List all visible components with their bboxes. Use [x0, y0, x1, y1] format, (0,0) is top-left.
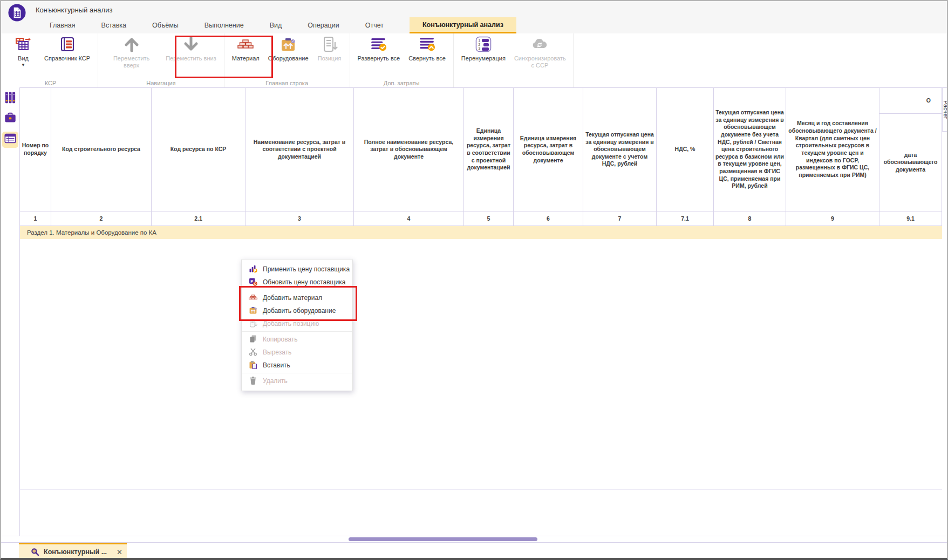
move-up-button: Переместить вверх — [103, 35, 160, 69]
column-header: Текущая отпускная цена за единицу измере… — [583, 88, 657, 211]
toolbar-group: Развернуть все Свернуть всеДоп. затраты — [350, 33, 454, 87]
window-title: Конъюнктурный анализ — [36, 6, 112, 14]
bottom-tab-bar: Конъюнктурный ... ✕ — [1, 543, 947, 559]
ribbon-tab[interactable]: Вид — [270, 22, 282, 29]
section-row-label: Раздел 1. Материалы и Оборудование по КА — [27, 229, 156, 236]
toolbar-button-label: Свернуть все — [408, 55, 446, 62]
column-number: 2 — [51, 211, 152, 226]
toolbar-group: 123 Перенумерация Синхронизировать с ССР — [454, 33, 574, 87]
left-sidebar — [1, 87, 20, 543]
apply-price-icon: Р — [249, 264, 257, 275]
ribbon-tab[interactable]: Вставка — [101, 22, 126, 29]
delete-icon — [249, 376, 257, 386]
briefcase-icon — [4, 112, 17, 127]
sync-ssr-icon — [531, 36, 548, 54]
ribbon-tab[interactable]: Выполнение — [204, 22, 244, 29]
copy-icon — [249, 334, 257, 345]
menu-item-paste[interactable]: Вставить — [242, 359, 352, 372]
column-number: 8 — [714, 211, 786, 226]
view-grid-button[interactable]: Вид▼ — [8, 35, 39, 67]
column-header: Текущая отпускная цена за единицу измере… — [714, 88, 786, 211]
menu-item-delete: Удалить — [242, 374, 352, 387]
menu-separator — [242, 331, 352, 332]
magnifier-icon — [31, 548, 39, 556]
column-header: НДС, % — [657, 88, 714, 211]
column-header: дата обосновывающего документа — [879, 114, 942, 211]
ksr-book-icon — [59, 36, 76, 54]
toolbar-button-label: Переместить вверх — [106, 55, 157, 69]
expand-all-button[interactable]: Развернуть все — [354, 35, 404, 62]
sidebar-item-binders[interactable] — [2, 91, 18, 107]
menu-item-label: Добавить позицию — [263, 320, 319, 327]
column-header-cut-text: О — [879, 88, 942, 114]
menu-item-copy: Копировать — [242, 333, 352, 346]
toolbar-button-label: Синхронизировать с ССР — [514, 55, 565, 69]
horizontal-scrollbar[interactable] — [1, 536, 947, 543]
column-number: 2.1 — [152, 211, 245, 226]
svg-text:2: 2 — [478, 43, 480, 46]
svg-text:3: 3 — [478, 46, 480, 50]
ribbon-tab-bar: ГлавнаяВставкаОбъёмыВыполнениеВидОпераци… — [1, 17, 947, 33]
column-header: Месяц и год составления обосновывающего … — [786, 88, 879, 211]
tab-raschet[interactable]: Расчет — [942, 87, 948, 132]
column-number: 5 — [464, 211, 514, 226]
ribbon-tab[interactable]: Главная — [50, 22, 76, 29]
ribbon-tab[interactable]: Отчет — [365, 22, 384, 29]
ribbon-tab[interactable]: Операции — [308, 22, 339, 29]
binders-icon — [4, 91, 17, 106]
collapse-all-button[interactable]: Свернуть все — [405, 35, 449, 62]
column-header: Единица измерения ресурса, затрат в соот… — [464, 88, 514, 211]
svg-text:Р: Р — [250, 278, 253, 283]
ribbon-tab-active[interactable]: Конъюнктурный анализ — [410, 17, 516, 33]
document-tab-label: Конъюнктурный ... — [44, 548, 107, 556]
toolbar-group-label: Главная строка — [224, 80, 350, 86]
chevron-down-icon: ▼ — [21, 63, 25, 67]
renumber-button[interactable]: 123 Перенумерация — [458, 35, 509, 62]
data-grid: Номер по порядкуКод строительного ресурс… — [20, 87, 942, 239]
tab-raschet-label: Расчет — [943, 100, 948, 119]
paste-icon — [249, 360, 257, 371]
toolbar-group-label: КСР — [3, 80, 98, 86]
menu-item-label: Вырезать — [263, 349, 291, 356]
context-menu: РПрименить цену поставщика Р Обновить це… — [241, 259, 353, 391]
grid-bottom-divider — [20, 489, 942, 490]
view-grid-icon — [15, 36, 31, 54]
column-header: Номер по порядку — [20, 88, 51, 211]
column-header-partial: Одата обосновывающего документа — [879, 88, 942, 211]
expand-all-icon — [371, 36, 387, 54]
column-header: Полное наименование ресурса, затрат в об… — [354, 88, 464, 211]
toolbar-button-label: Позиция — [318, 55, 342, 62]
highlight-box-toolbar — [175, 36, 273, 78]
scrollbar-thumb[interactable] — [349, 537, 537, 541]
column-header: Наименование ресурса, затрат в соответст… — [245, 88, 354, 211]
sidebar-item-sheet[interactable] — [2, 132, 18, 148]
column-header: Единица измерения ресурса, затрат в обос… — [514, 88, 583, 211]
svg-text:Р: Р — [254, 269, 257, 272]
menu-item-label: Вставить — [263, 361, 290, 369]
renumber-icon: 123 — [475, 36, 492, 54]
grid-column-numbers-row: 122.1345677.1899.1 — [20, 211, 942, 226]
column-number: 4 — [354, 211, 464, 226]
menu-item-label: Применить цену поставщика — [263, 265, 350, 273]
svg-text:1: 1 — [478, 38, 480, 42]
tab-close-icon[interactable]: ✕ — [117, 549, 122, 556]
column-number: 7.1 — [657, 211, 714, 226]
ribbon-tab[interactable]: Объёмы — [152, 22, 179, 29]
menu-item-apply-supplier-price[interactable]: РПрименить цену поставщика — [242, 263, 352, 276]
document-tab[interactable]: Конъюнктурный ... ✕ — [19, 543, 127, 559]
sync-ssr-button: Синхронизировать с ССР — [511, 35, 569, 69]
column-number: 6 — [514, 211, 583, 226]
menu-item-label: Копировать — [263, 336, 298, 343]
grid-section-row[interactable]: Раздел 1. Материалы и Оборудование по КА — [20, 226, 942, 239]
ksr-book-button[interactable]: Справочник КСР — [41, 35, 93, 62]
grid-header-row: Номер по порядкуКод строительного ресурс… — [20, 87, 942, 211]
column-number: 9.1 — [879, 211, 942, 226]
app-logo-icon — [8, 3, 26, 22]
toolbar: Вид▼ Справочник КСРКСР Переместить вверх… — [1, 33, 947, 87]
equipment-box-icon — [280, 36, 296, 54]
column-header: Код ресурса по КСР — [152, 88, 245, 211]
toolbar-button-label: Оборудование — [268, 55, 309, 62]
cut-icon — [249, 347, 257, 358]
sidebar-item-briefcase[interactable] — [2, 111, 18, 127]
toolbar-group-label: Доп. затраты — [350, 80, 453, 86]
